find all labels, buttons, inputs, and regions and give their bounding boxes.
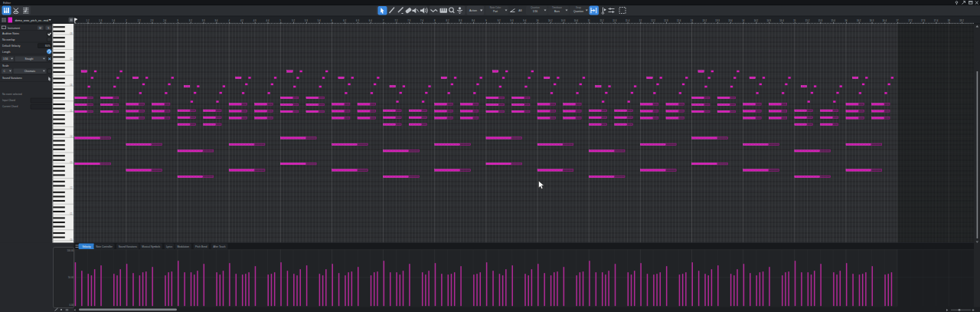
svg-text:10.2: 10.2 [548, 19, 553, 22]
svg-text:11.4: 11.4 [626, 19, 630, 22]
svg-text:5.2: 5.2 [292, 19, 295, 22]
svg-text:Editor: Editor [3, 2, 11, 5]
svg-text:16: 16 [844, 19, 848, 22]
svg-text:S: S [47, 27, 49, 30]
svg-text:14.3: 14.3 [766, 19, 771, 22]
svg-text:After Touch: After Touch [213, 245, 225, 248]
svg-text:Lyrics: Lyrics [166, 245, 173, 248]
svg-text:Action: Action [469, 9, 477, 12]
svg-text:No event selected: No event selected [2, 93, 22, 96]
svg-text:18: 18 [948, 19, 951, 22]
svg-text:3.3: 3.3 [202, 19, 205, 22]
svg-text:4.3: 4.3 [253, 19, 256, 22]
svg-text:1/16: 1/16 [3, 57, 8, 61]
svg-text:17.2: 17.2 [908, 19, 913, 22]
svg-text:C8: C8 [70, 32, 73, 35]
svg-text:1.4: 1.4 [112, 19, 115, 22]
svg-text:11: 11 [588, 19, 590, 22]
svg-text:Quantize: Quantize [573, 10, 583, 13]
svg-text:12.2: 12.2 [651, 19, 655, 22]
svg-text:Note Color: Note Color [490, 6, 501, 9]
svg-text:6.4: 6.4 [369, 19, 372, 22]
svg-text:C3: C3 [70, 161, 73, 164]
svg-text:6.2: 6.2 [343, 19, 346, 22]
svg-text:14.4: 14.4 [779, 19, 784, 22]
svg-text:12.4: 12.4 [677, 19, 681, 22]
svg-text:7.4: 7.4 [420, 19, 423, 22]
svg-text:3.4: 3.4 [214, 19, 217, 22]
svg-text:12: 12 [639, 19, 642, 22]
svg-text:Input Chord: Input Chord [2, 99, 15, 102]
svg-text:9.2: 9.2 [498, 19, 501, 22]
svg-text:Instrument: Instrument [8, 27, 20, 30]
svg-text:Modulation: Modulation [177, 245, 189, 248]
svg-text:2.2: 2.2 [138, 19, 141, 22]
svg-text:Quantize: Quantize [531, 6, 540, 9]
svg-text:Note Controller: Note Controller [96, 245, 113, 248]
svg-text:Audition Notes: Audition Notes [2, 32, 19, 35]
svg-text:7.2: 7.2 [394, 19, 397, 22]
svg-text:14: 14 [742, 19, 745, 22]
svg-text:C1: C1 [70, 212, 73, 215]
svg-text:3.2: 3.2 [189, 19, 192, 22]
svg-text:50.00: 50.00 [68, 276, 74, 279]
svg-text:demo_wow_pitch_ex...mid: demo_wow_pitch_ex...mid [15, 19, 48, 22]
svg-text:8.4: 8.4 [472, 19, 475, 22]
svg-text:10.3: 10.3 [561, 19, 566, 22]
svg-text:Bars: Bars [554, 10, 560, 13]
svg-text:1.3: 1.3 [99, 19, 102, 22]
svg-text:15: 15 [793, 19, 796, 22]
svg-text:100.00: 100.00 [67, 249, 74, 252]
svg-text:10.4: 10.4 [574, 19, 579, 22]
svg-text:9.3: 9.3 [511, 19, 514, 22]
svg-text:17.3: 17.3 [921, 19, 926, 22]
svg-text:7.3: 7.3 [407, 19, 410, 22]
svg-text:Straight: Straight [25, 57, 34, 61]
svg-text:13.3: 13.3 [715, 19, 720, 22]
svg-text:14.2: 14.2 [754, 19, 759, 22]
svg-text:15.3: 15.3 [818, 19, 823, 22]
svg-text:Velocity: Velocity [83, 245, 91, 248]
svg-text:9.4: 9.4 [523, 19, 526, 22]
svg-text:0.00: 0.00 [70, 304, 74, 307]
svg-text:8.2: 8.2 [446, 19, 449, 22]
svg-text:C4: C4 [70, 135, 73, 138]
svg-text:Default Velocity: Default Velocity [2, 44, 21, 48]
svg-text:5.3: 5.3 [305, 19, 308, 22]
svg-text:17.4: 17.4 [934, 19, 939, 22]
svg-text:4.2: 4.2 [240, 19, 243, 22]
svg-text:13.2: 13.2 [703, 19, 707, 22]
svg-text:16.2: 16.2 [857, 19, 861, 22]
svg-text:Timebase: Timebase [552, 6, 562, 9]
svg-text:C0: C0 [70, 238, 73, 241]
svg-text:AB: AB [518, 9, 522, 12]
svg-text:C2: C2 [70, 186, 73, 189]
svg-text:Current Chord: Current Chord [2, 105, 18, 108]
svg-text:2.3: 2.3 [150, 19, 153, 22]
svg-text:8.3: 8.3 [459, 19, 462, 22]
svg-text:M: M [39, 27, 41, 30]
svg-text:11.3: 11.3 [612, 19, 617, 22]
svg-text:Chromatic: Chromatic [24, 70, 36, 73]
svg-text:1.2: 1.2 [87, 19, 90, 22]
svg-text:C5: C5 [70, 110, 73, 113]
svg-text:6.3: 6.3 [356, 19, 359, 22]
svg-text:17: 17 [897, 19, 900, 22]
svg-text:18.2: 18.2 [959, 19, 964, 22]
svg-text:Sound Variations: Sound Variations [2, 77, 22, 80]
svg-text:13: 13 [691, 19, 694, 22]
svg-text:80%: 80% [45, 44, 51, 48]
svg-text:10: 10 [537, 19, 540, 22]
svg-text:No overlap: No overlap [2, 38, 15, 41]
svg-text:5.4: 5.4 [318, 19, 321, 22]
svg-text:2.4: 2.4 [163, 19, 166, 22]
svg-text:Snap: Snap [576, 6, 581, 9]
svg-text:Musical Symbols: Musical Symbols [142, 245, 160, 248]
svg-text:Pitch Bend: Pitch Bend [195, 245, 207, 248]
svg-text:C7: C7 [70, 57, 73, 61]
svg-text:15.2: 15.2 [805, 19, 810, 22]
svg-text:12.3: 12.3 [664, 19, 668, 22]
svg-text:Scale: Scale [2, 64, 9, 67]
svg-text:16.3: 16.3 [870, 19, 874, 22]
svg-text:16.4: 16.4 [883, 19, 887, 22]
